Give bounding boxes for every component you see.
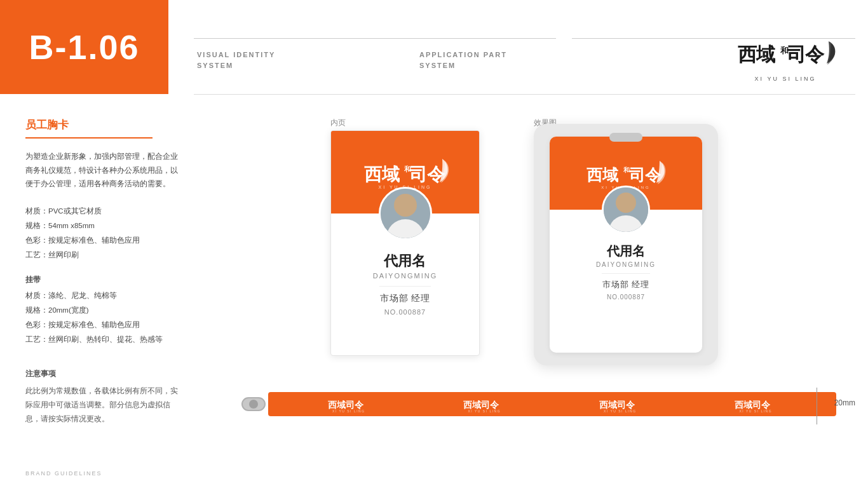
lanyard-title: 挂带 (25, 273, 184, 287)
header-orange-box: B-1.06 (0, 0, 168, 94)
svg-text:司令: 司令 (629, 166, 661, 184)
vis-identity-label: VISUAL IDENTITY SYSTEM (197, 50, 275, 71)
lanyard-area: 西域司令 XI YU SI LING 西域司令 XI YU SI LING 西域… (241, 388, 836, 421)
lanyard-logo-1: 西域司令 XI YU SI LING (327, 395, 371, 413)
effect-card-name-en: DAIYONGMING (596, 261, 656, 268)
lanyard-logo-2: 西域司令 XI YU SI LING (462, 395, 506, 413)
effect-card-dept: 市场部 经理 (602, 279, 650, 290)
svg-text:西域司令: 西域司令 (599, 400, 635, 410)
card-dept: 市场部 经理 (380, 293, 431, 304)
top-divider-bottom (194, 94, 855, 95)
brand-guidelines: BRAND GUIDELINES (25, 470, 102, 477)
lanyard-logo-3: 西域司令 XI YU SI LING (598, 395, 642, 413)
effect-card-photo (602, 186, 650, 234)
lanyard-spec-item: 规格：20mm(宽度) (25, 303, 184, 318)
lanyard-specs: 挂带 材质：涤纶、尼龙、纯棉等 规格：20mm(宽度) 色彩：按规定标准色、辅助… (25, 273, 184, 347)
card-body: 代用名 DAIYONGMING 市场部 经理 NO.000887 (373, 240, 437, 355)
size-indicator (817, 388, 817, 424)
spec-item: 规格：54mm x85mm (25, 219, 184, 233)
id-card-inner: 西域 和 司令 XI YU SI LING 代用名 DAIYONGMING 市场… (330, 130, 480, 356)
effect-card-body: 代用名 DAIYONGMING 市场部 经理 NO.000887 (596, 234, 656, 353)
svg-text:西域: 西域 (364, 165, 400, 184)
spec-item: 色彩：按规定标准色、辅助色应用 (25, 233, 184, 248)
spec-item: 材质：PVC或其它材质 (25, 204, 184, 219)
svg-text:西域司令: 西域司令 (735, 400, 771, 410)
note-section: 注意事项 此比例为常规数值，各载体比例有所不同，实际应用中可做适当调整。部分信息… (25, 369, 184, 426)
card-name-en: DAIYONGMING (373, 272, 437, 280)
effect-card-name: 代用名 (607, 243, 645, 260)
section-title: 员工胸卡 (25, 118, 184, 132)
card-divider (379, 286, 431, 287)
page-code: B-1.06 (29, 27, 139, 67)
left-content-area: 员工胸卡 为塑造企业新形象，加强内部管理，配合企业商务礼仪规范，特设计各种办公系… (25, 118, 184, 357)
description-text: 为塑造企业新形象，加强内部管理，配合企业商务礼仪规范，特设计各种办公系统用品，以… (25, 150, 184, 191)
card-holder-hole (609, 133, 642, 142)
note-text: 此比例为常规数值，各载体比例有所不同，实际应用中可做适当调整。部分信息为虚拟信息… (25, 384, 184, 426)
logo-main-text: 西域 和 司令 (735, 38, 836, 74)
size-label: 20mm (834, 398, 855, 407)
app-part-label: APPLICATION PART SYSTEM (419, 50, 507, 71)
lanyard-spec-item: 工艺：丝网印刷、热转印、提花、热感等 (25, 332, 184, 347)
logo-subtitle: XI YU SI LING (755, 76, 817, 82)
svg-text:司令: 司令 (787, 44, 825, 65)
effect-card-divider (602, 273, 649, 274)
effect-card-no: NO.000887 (607, 294, 645, 301)
title-underline (25, 137, 153, 139)
lanyard-strip: 西域司令 XI YU SI LING 西域司令 XI YU SI LING 西域… (268, 392, 836, 416)
svg-text:西域司令: 西域司令 (328, 400, 364, 410)
inner-page-label: 内页 (330, 118, 346, 128)
card-name: 代用名 (384, 252, 426, 271)
lanyard-spec-item: 材质：涤纶、尼龙、纯棉等 (25, 288, 184, 303)
note-title: 注意事项 (25, 369, 184, 379)
brand-logo: 西域 和 司令 XI YU SI LING (735, 38, 836, 82)
svg-text:西域: 西域 (738, 44, 776, 65)
lanyard-clasp (241, 397, 266, 411)
svg-text:西域司令: 西域司令 (463, 400, 499, 410)
card-photo (379, 187, 432, 240)
effect-card-logo-svg: 西域 和 司令 (585, 158, 667, 189)
id-card-effect-inner: 西域 和 司令 XI YU SI LING 代用名 DAIYONGMING 市场… (550, 137, 702, 353)
lanyard-spec-item: 色彩：按规定标准色、辅助色应用 (25, 318, 184, 332)
top-divider-middle (194, 38, 556, 39)
card-no: NO.000887 (384, 308, 426, 316)
svg-text:司令: 司令 (409, 165, 445, 184)
spec-item: 工艺：丝网印刷 (25, 248, 184, 262)
svg-text:西域: 西域 (587, 166, 619, 184)
logo-svg: 西域 和 司令 (735, 38, 836, 70)
lanyard-logos: 西域司令 XI YU SI LING 西域司令 XI YU SI LING 西域… (281, 395, 824, 413)
id-card-effect-holder: 西域 和 司令 XI YU SI LING 代用名 DAIYONGMING 市场… (534, 124, 718, 365)
lanyard-logo-4: 西域司令 XI YU SI LING (733, 395, 778, 413)
specs-list: 材质：PVC或其它材质 规格：54mm x85mm 色彩：按规定标准色、辅助色应… (25, 204, 184, 262)
